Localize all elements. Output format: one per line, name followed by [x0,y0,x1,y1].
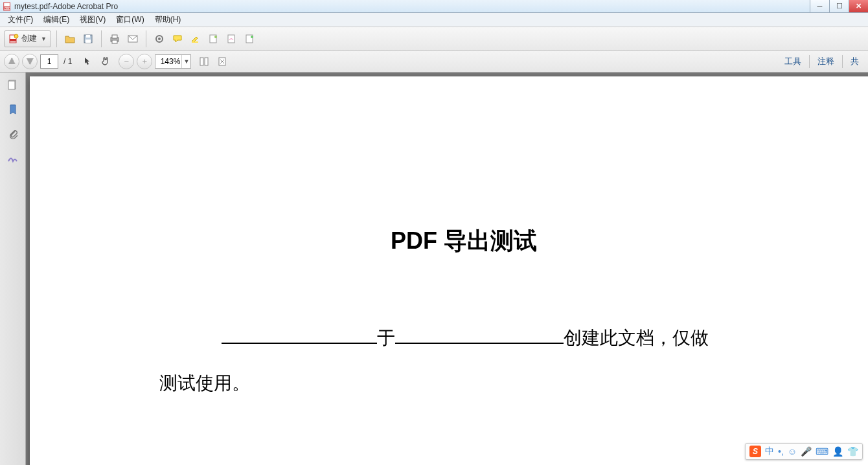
zoom-dropdown-icon[interactable]: ▼ [181,55,190,68]
text-segment: 测试使用。 [159,373,250,393]
ime-skin-icon[interactable]: 👕 [847,446,858,457]
toolbar-separator [842,55,843,68]
menubar: 文件(F) 编辑(E) 视图(V) 窗口(W) 帮助(H) [0,13,868,27]
pdf-file-icon: PDF [3,2,12,11]
comments-panel-link[interactable]: 注释 [812,53,839,70]
svg-rect-21 [200,58,203,65]
form-button[interactable] [242,31,258,47]
thumbnails-panel-button[interactable] [6,78,20,92]
svg-rect-25 [8,81,15,89]
bookmarks-panel-button[interactable] [6,102,20,117]
attachments-panel-button[interactable] [6,127,20,141]
ime-emoji-icon[interactable]: ☺ [788,446,797,457]
pdf-page: PDF 导出测试 于创建此文档，仅做 测试使用。 今天天气适合 [30,76,868,465]
zoom-level-input[interactable]: ▼ [155,54,191,69]
menu-file[interactable]: 文件(F) [3,13,38,27]
select-tool-button[interactable] [80,54,95,69]
dropdown-arrow-icon: ▼ [41,36,47,42]
hand-tool-button[interactable] [98,54,113,69]
svg-rect-4 [10,39,16,41]
create-pdf-icon [8,34,19,44]
print-button[interactable] [107,31,122,47]
menu-window[interactable]: 窗口(W) [111,13,149,27]
minimize-button[interactable]: ─ [810,0,829,12]
menu-help[interactable]: 帮助(H) [150,13,187,27]
svg-point-20 [251,36,253,38]
blank-field [395,326,564,344]
open-button[interactable] [62,31,78,47]
document-title: PDF 导出测试 [159,225,768,257]
fit-width-button[interactable] [196,54,212,69]
page-viewport[interactable]: PDF 导出测试 于创建此文档，仅做 测试使用。 今天天气适合 [26,73,868,465]
svg-point-5 [14,34,18,38]
zoom-in-button[interactable]: + [137,54,152,69]
ime-voice-icon[interactable]: 🎤 [801,446,812,457]
ime-punct-icon[interactable]: •, [778,446,784,457]
maximize-button[interactable]: ☐ [829,0,849,12]
document-paragraph-1: 于创建此文档，仅做 测试使用。 [159,315,768,406]
toolbar-separator [56,30,57,47]
fit-page-button[interactable] [214,54,230,69]
text-segment: 创建此文档，仅做 [564,328,709,348]
svg-rect-8 [86,40,91,43]
settings-button[interactable] [152,31,167,47]
zoom-value-field[interactable] [155,57,181,66]
window-title-appname: Adobe Acrobat Pro [52,2,118,11]
toolbar-navigation: ⯅ ⯆ / 1 − + ▼ 工具 注释 共 [0,51,868,73]
svg-rect-11 [112,40,117,43]
toolbar-separator [101,30,102,47]
toolbar-primary: 创建 ▼ [0,27,868,51]
email-button[interactable] [125,31,141,47]
ime-toolbar[interactable]: S 中 •, ☺ 🎤 ⌨ 👤 👕 [745,443,863,460]
share-panel-link[interactable]: 共 [845,53,864,70]
close-button[interactable]: ✕ [849,0,868,12]
titlebar: PDF mytest.pdf - Adobe Acrobat Pro ─ ☐ ✕ [0,0,868,13]
sign-button[interactable] [224,31,240,47]
menu-edit[interactable]: 编辑(E) [38,13,74,27]
tools-panel-link[interactable]: 工具 [779,53,806,70]
navigation-pane [0,73,26,465]
svg-point-17 [214,36,217,38]
signatures-panel-button[interactable] [6,152,20,166]
svg-rect-7 [86,35,90,38]
ime-softkeyboard-icon[interactable]: ⌨ [816,446,828,457]
stamp-button[interactable] [206,31,222,47]
svg-rect-15 [192,41,198,43]
sogou-logo-icon: S [749,446,761,457]
svg-rect-22 [205,58,208,65]
svg-rect-10 [112,35,117,38]
page-number-input[interactable] [40,54,58,69]
ime-mode-label[interactable]: 中 [765,446,774,457]
blank-field [222,326,377,344]
page-total-label: / 1 [63,57,72,66]
text-segment: 于 [377,328,395,348]
svg-text:PDF: PDF [5,6,10,9]
toolbar-separator [146,30,146,47]
ime-person-icon[interactable]: 👤 [832,446,843,457]
comment-button[interactable] [170,31,185,47]
document-area: PDF 导出测试 于创建此文档，仅做 测试使用。 今天天气适合 [0,73,868,465]
document-paragraph-2: 今天天气适合 [159,458,768,465]
window-title-filename: mytest.pdf [14,2,50,11]
next-page-button[interactable]: ⯆ [22,54,38,69]
create-button[interactable]: 创建 ▼ [4,30,51,47]
highlight-button[interactable] [188,31,203,47]
prev-page-button[interactable]: ⯅ [4,54,19,69]
toolbar-separator [809,55,810,68]
svg-point-14 [158,38,161,40]
create-button-label: 创建 [21,33,37,44]
zoom-out-button[interactable]: − [119,54,134,69]
save-button[interactable] [80,31,96,47]
menu-view[interactable]: 视图(V) [74,13,111,27]
